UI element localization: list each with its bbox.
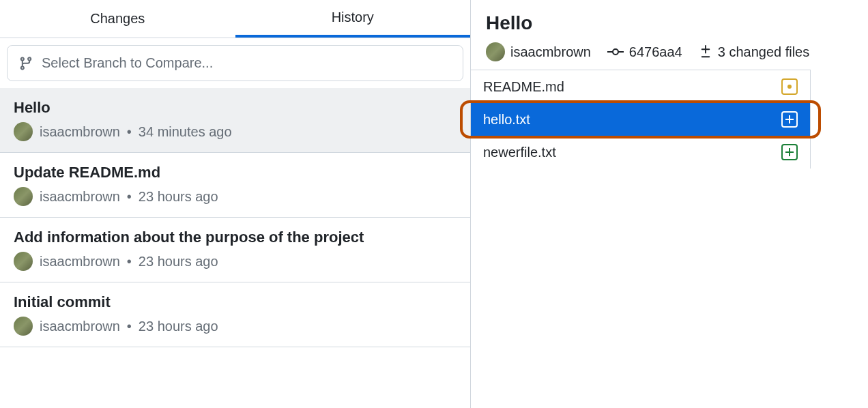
commit-sha[interactable]: 6476aa4 (607, 44, 682, 60)
separator-dot: • (127, 254, 132, 269)
file-item-newerfile[interactable]: newerfile.txt (471, 136, 810, 169)
commit-author: isaacmbrown (40, 319, 120, 334)
commit-title: Update README.md (14, 164, 457, 181)
left-panel: Changes History Select Branch to Compare… (0, 0, 471, 408)
commit-author: isaacmbrown (40, 254, 120, 269)
commit-item[interactable]: Add information about the purpose of the… (0, 218, 470, 282)
tabs: Changes History (0, 0, 470, 38)
author-name: isaacmbrown (510, 44, 591, 60)
changed-files-text: 3 changed files (718, 44, 810, 60)
file-name: hello.txt (483, 112, 530, 128)
separator-dot: • (127, 189, 132, 205)
commit-meta: isaacmbrown • 23 hours ago (14, 317, 457, 336)
commit-title: Hello (14, 99, 457, 117)
commit-title: Initial commit (14, 293, 457, 311)
tab-history[interactable]: History (235, 0, 471, 38)
commit-detail-meta: isaacmbrown 6476aa4 3 changed files (486, 42, 853, 61)
file-item-readme[interactable]: README.md (471, 70, 810, 103)
avatar (14, 252, 33, 271)
git-branch-icon (18, 56, 33, 71)
diff-icon (699, 45, 712, 59)
commit-item[interactable]: Hello isaacmbrown • 34 minutes ago (0, 88, 470, 153)
file-name: README.md (483, 79, 564, 95)
right-panel: Hello isaacmbrown 6476aa4 (471, 0, 868, 408)
sha-text: 6476aa4 (629, 44, 682, 60)
file-list: README.md hello.txt newerfile.txt (471, 70, 811, 169)
separator-dot: • (127, 124, 132, 140)
separator-dot: • (127, 319, 132, 334)
commit-list: Hello isaacmbrown • 34 minutes ago Updat… (0, 88, 470, 347)
file-name: newerfile.txt (483, 145, 556, 160)
commit-author: isaacmbrown (40, 189, 120, 205)
commit-time: 34 minutes ago (139, 124, 232, 140)
file-item-highlight-wrapper: hello.txt (471, 103, 810, 136)
commit-meta: isaacmbrown • 23 hours ago (14, 187, 457, 206)
commit-time: 23 hours ago (139, 254, 218, 269)
commit-item[interactable]: Initial commit isaacmbrown • 23 hours ag… (0, 282, 470, 347)
svg-point-0 (613, 49, 618, 55)
avatar (14, 187, 33, 206)
changed-files[interactable]: 3 changed files (699, 44, 810, 60)
avatar (486, 42, 505, 61)
commit-meta: isaacmbrown • 34 minutes ago (14, 122, 457, 141)
file-status-modified-icon (781, 78, 798, 95)
commit-meta: isaacmbrown • 23 hours ago (14, 252, 457, 271)
tab-changes[interactable]: Changes (0, 0, 235, 38)
commit-author: isaacmbrown (40, 124, 120, 140)
branch-selector[interactable]: Select Branch to Compare... (7, 45, 463, 81)
avatar (14, 317, 33, 336)
commit-title: Add information about the purpose of the… (14, 229, 457, 246)
file-item-hello[interactable]: hello.txt (471, 103, 810, 136)
commit-detail-author: isaacmbrown (486, 42, 591, 61)
file-status-added-icon (781, 144, 798, 160)
avatar (14, 122, 33, 141)
file-status-added-icon (781, 111, 798, 128)
commit-detail-title: Hello (486, 12, 853, 34)
commit-time: 23 hours ago (139, 189, 218, 205)
commit-time: 23 hours ago (139, 319, 218, 334)
svg-rect-3 (701, 56, 710, 57)
commit-detail-header: Hello isaacmbrown 6476aa4 (471, 0, 868, 70)
branch-selector-placeholder: Select Branch to Compare... (42, 55, 213, 71)
commit-icon (607, 46, 624, 57)
commit-item[interactable]: Update README.md isaacmbrown • 23 hours … (0, 153, 470, 218)
